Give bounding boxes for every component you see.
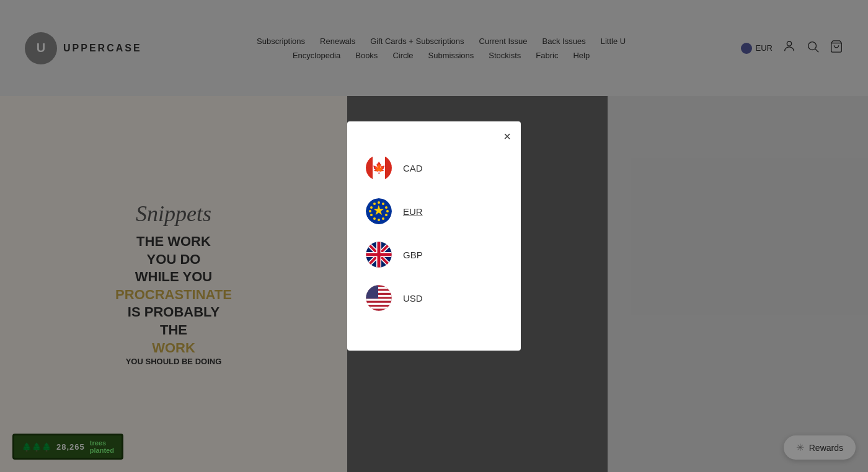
svg-point-21 <box>378 219 380 221</box>
flag-eur: ★ <box>366 198 392 224</box>
modal-overlay[interactable]: × 🍁 <box>0 0 868 472</box>
currency-label-eur: EUR <box>403 206 423 217</box>
svg-point-24 <box>369 210 371 212</box>
currency-option-eur[interactable]: ★ EUR <box>366 190 502 233</box>
svg-text:🍁: 🍁 <box>372 161 386 175</box>
modal-close-button[interactable]: × <box>503 130 511 142</box>
svg-point-23 <box>370 214 373 216</box>
svg-point-15 <box>378 201 380 204</box>
svg-point-19 <box>385 214 388 216</box>
svg-point-17 <box>385 206 388 209</box>
svg-point-20 <box>382 217 384 220</box>
svg-point-25 <box>370 206 373 209</box>
currency-label-usd: USD <box>403 293 423 304</box>
currency-label-gbp: GBP <box>403 250 423 260</box>
svg-point-26 <box>373 203 376 205</box>
svg-point-18 <box>386 210 389 212</box>
flag-usd <box>366 285 392 311</box>
svg-point-22 <box>373 217 376 220</box>
flag-cad: 🍁 <box>366 155 392 181</box>
svg-rect-43 <box>366 299 392 300</box>
currency-option-cad[interactable]: 🍁 CAD <box>366 146 502 190</box>
svg-rect-44 <box>366 303 392 305</box>
currency-option-gbp[interactable]: GBP <box>366 233 502 276</box>
flag-gbp <box>366 242 392 268</box>
svg-rect-36 <box>366 253 392 256</box>
svg-point-16 <box>382 203 384 205</box>
currency-option-usd[interactable]: USD <box>366 276 502 320</box>
currency-label-cad: CAD <box>403 163 423 173</box>
currency-modal: × 🍁 <box>347 121 521 351</box>
